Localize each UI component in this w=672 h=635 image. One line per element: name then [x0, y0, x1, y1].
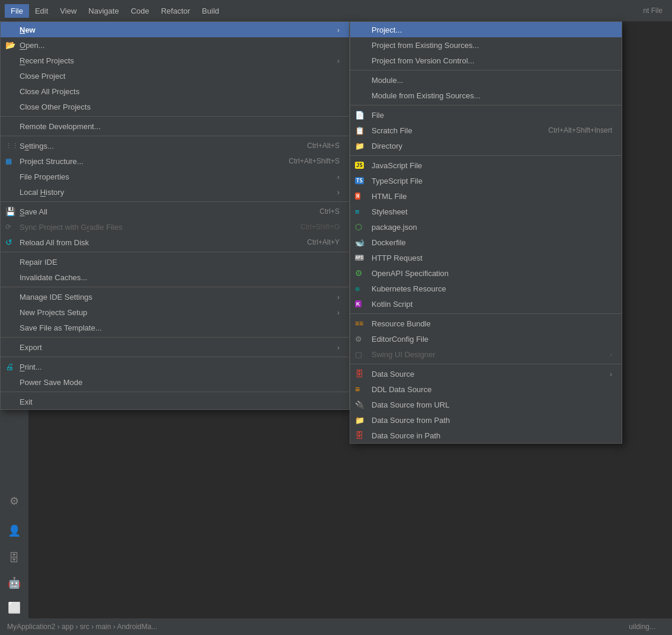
menu-file[interactable]: File	[5, 4, 29, 18]
submenu-item-kubernetes[interactable]: ⎈ Kubernetes Resource	[350, 281, 622, 296]
submenu-item-openapi[interactable]: ⚙ OpenAPI Specification	[350, 265, 622, 281]
html-icon: H	[355, 193, 360, 200]
submenu-item-ts[interactable]: TS TypeScript File	[350, 173, 622, 188]
file-properties-arrow-icon: ›	[337, 172, 340, 181]
kotlin-script-icon: K	[355, 300, 361, 307]
sub-separator-4	[350, 313, 622, 314]
submenu-item-http[interactable]: API HTTP Request	[350, 250, 622, 265]
sidebar-icon-db[interactable]: 🗄	[4, 547, 25, 569]
submenu-item-ds-path[interactable]: 📁 Data Source from Path	[350, 412, 622, 428]
sub-separator-1	[350, 70, 622, 70]
submenu-item-directory[interactable]: 📁 Directory	[350, 138, 622, 153]
project-structure-label: Project Structure...	[20, 157, 84, 166]
menu-item-remote-dev[interactable]: Remote Development...	[1, 118, 349, 134]
statusbar: MyApplication2 › app › src › main › Andr…	[0, 618, 672, 635]
package-json-icon: ⬡	[355, 222, 362, 232]
open-icon: 📂	[5, 40, 15, 50]
menu-item-save-all[interactable]: 💾 Save All Ctrl+S	[1, 204, 349, 219]
menu-item-save-template[interactable]: Save File as Template...	[1, 320, 349, 335]
sidebar-icon-android[interactable]: 🤖	[4, 572, 25, 594]
breadcrumb: MyApplication2 › app › src › main › Andr…	[7, 623, 157, 631]
file-properties-label: File Properties	[20, 172, 69, 181]
ds-url-label: Data Source from URL	[372, 400, 450, 409]
submenu-item-resource-bundle[interactable]: ≡≡ Resource Bundle	[350, 316, 622, 331]
submenu-item-js[interactable]: JS JavaScript File	[350, 158, 622, 173]
dockerfile-icon: 🐋	[355, 238, 364, 247]
menu-item-power-save[interactable]: Power Save Mode	[1, 374, 349, 390]
file-icon: 📄	[355, 111, 364, 120]
submenu-item-project[interactable]: Project...	[350, 22, 622, 37]
menu-item-close-all-projects[interactable]: Close All Projects	[1, 84, 349, 99]
export-arrow-icon: ›	[337, 343, 340, 352]
sidebar-icon-square[interactable]: ⬜	[4, 597, 25, 618]
menu-code[interactable]: Code	[125, 4, 155, 18]
swing-arrow-icon: ›	[610, 350, 612, 359]
swing-label: Swing UI Designer	[372, 350, 436, 359]
submenu-item-project-existing[interactable]: Project from Existing Sources...	[350, 37, 622, 53]
stylesheet-icon: ≡	[355, 207, 360, 216]
separator-1	[1, 116, 349, 117]
submenu-item-ds-url[interactable]: 🔌 Data Source from URL	[350, 397, 622, 412]
menu-item-close-other-projects[interactable]: Close Other Projects	[1, 99, 349, 114]
submenu-item-project-vcs[interactable]: Project from Version Control...	[350, 53, 622, 68]
menu-item-open[interactable]: 📂 Open...	[1, 37, 349, 53]
close-all-projects-label: Close All Projects	[20, 87, 79, 96]
data-source-arrow-icon: ›	[610, 370, 612, 379]
menu-edit[interactable]: Edit	[29, 4, 54, 18]
submenu-item-package-json[interactable]: ⬡ package.json	[350, 219, 622, 235]
menu-item-invalidate-caches[interactable]: Invalidate Caches...	[1, 270, 349, 285]
submenu-item-ds-in-path[interactable]: 🗄 Data Source in Path	[350, 428, 622, 443]
scratch-file-icon: 📋	[355, 126, 364, 135]
manage-ide-label: Manage IDE Settings	[20, 293, 92, 302]
submenu-item-module-existing[interactable]: Module from Existing Sources...	[350, 88, 622, 103]
local-history-label: Local History	[20, 188, 64, 197]
sidebar-icon-user[interactable]: 👤	[4, 520, 25, 541]
menu-item-file-properties[interactable]: File Properties ›	[1, 169, 349, 184]
menu-item-exit[interactable]: Exit	[1, 394, 349, 409]
submenu-item-file[interactable]: 📄 File	[350, 107, 622, 123]
ts-icon: TS	[355, 177, 364, 184]
submenu-item-html[interactable]: H HTML File	[350, 188, 622, 204]
submenu-item-ddl-source[interactable]: ≡ DDL Data Source	[350, 381, 622, 397]
submenu-item-module[interactable]: Module...	[350, 72, 622, 88]
menu-item-project-structure[interactable]: ▦ Project Structure... Ctrl+Alt+Shift+S	[1, 153, 349, 169]
stylesheet-label: Stylesheet	[372, 207, 408, 216]
new-projects-setup-label: New Projects Setup	[20, 308, 87, 317]
submenu-item-dockerfile[interactable]: 🐋 Dockerfile	[350, 235, 622, 250]
sidebar-icon-gear[interactable]: ⚙	[4, 490, 25, 512]
breadcrumb-text: MyApplication2 › app › src › main › Andr…	[7, 623, 157, 631]
openapi-label: OpenAPI Specification	[372, 269, 449, 278]
menu-item-local-history[interactable]: Local History ›	[1, 184, 349, 200]
menu-item-manage-ide[interactable]: Manage IDE Settings ›	[1, 289, 349, 304]
submenu-item-kotlin-script[interactable]: K Kotlin Script	[350, 296, 622, 312]
submenu-item-scratch-file[interactable]: 📋 Scratch File Ctrl+Alt+Shift+Insert	[350, 123, 622, 138]
new-submenu: Project... Project from Existing Sources…	[350, 21, 622, 444]
menu-item-new-projects-setup[interactable]: New Projects Setup ›	[1, 304, 349, 320]
open-label: Open...	[20, 41, 45, 50]
sub-separator-5	[350, 364, 622, 364]
menu-item-reload-disk[interactable]: ↺ Reload All from Disk Ctrl+Alt+Y	[1, 235, 349, 250]
menu-item-recent-projects[interactable]: Recent Projects ›	[1, 53, 349, 68]
menu-item-new[interactable]: New ›	[1, 22, 349, 37]
menu-item-print[interactable]: 🖨 Print...	[1, 359, 349, 374]
menu-item-settings[interactable]: ⋮⋮⋮ Settings... Ctrl+Alt+S	[1, 138, 349, 153]
menu-item-export[interactable]: Export ›	[1, 339, 349, 355]
editorconfig-label: EditorConfig File	[372, 335, 428, 344]
menu-item-repair-ide[interactable]: Repair IDE	[1, 254, 349, 270]
menu-view[interactable]: View	[54, 4, 82, 18]
menu-navigate[interactable]: Navigate	[82, 4, 124, 18]
save-template-label: Save File as Template...	[20, 323, 102, 332]
local-history-arrow-icon: ›	[337, 188, 340, 197]
kubernetes-icon: ⎈	[355, 284, 360, 293]
menu-item-close-project[interactable]: Close Project	[1, 68, 349, 84]
submenu-item-editorconfig[interactable]: ⚙ EditorConfig File	[350, 331, 622, 347]
menubar: File Edit View Navigate Code Refactor Bu…	[0, 0, 672, 21]
separator-2	[1, 136, 349, 136]
settings-icon: ⋮⋮⋮	[5, 142, 25, 150]
menu-refactor[interactable]: Refactor	[155, 4, 196, 18]
submenu-item-data-source[interactable]: 🗄 Data Source ›	[350, 366, 622, 381]
menu-build[interactable]: Build	[196, 4, 225, 18]
html-label: HTML File	[372, 192, 407, 201]
kotlin-script-label: Kotlin Script	[372, 300, 412, 309]
submenu-item-stylesheet[interactable]: ≡ Stylesheet	[350, 204, 622, 219]
